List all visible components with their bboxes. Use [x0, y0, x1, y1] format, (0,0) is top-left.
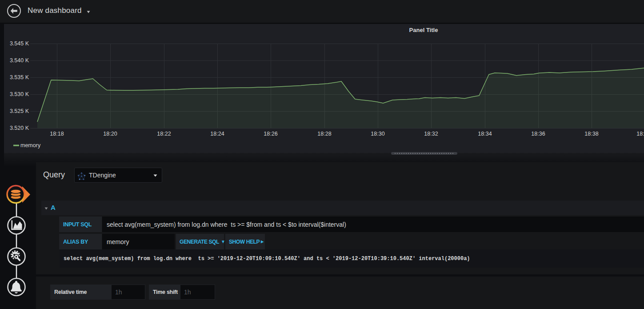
svg-text:18:40: 18:40 [636, 131, 644, 137]
svg-text:memory: memory [20, 142, 41, 148]
svg-text:18:34: 18:34 [478, 131, 492, 137]
svg-text:3.535 K: 3.535 K [10, 74, 29, 80]
svg-text:18:18: 18:18 [50, 131, 64, 137]
svg-text:3.530 K: 3.530 K [10, 91, 29, 97]
svg-text:18:32: 18:32 [424, 131, 438, 137]
svg-text:18:20: 18:20 [103, 131, 117, 137]
svg-text:3.525 K: 3.525 K [10, 108, 29, 114]
svg-text:3.545 K: 3.545 K [10, 40, 29, 47]
svg-text:3.540 K: 3.540 K [10, 57, 29, 64]
svg-text:3.520 K: 3.520 K [10, 125, 29, 131]
svg-text:18:36: 18:36 [531, 131, 545, 137]
svg-text:18:30: 18:30 [371, 131, 384, 137]
svg-text:18:22: 18:22 [157, 131, 171, 137]
svg-text:18:26: 18:26 [264, 131, 277, 137]
svg-text:18:38: 18:38 [584, 131, 598, 137]
svg-text:18:28: 18:28 [317, 131, 331, 137]
svg-text:18:24: 18:24 [210, 131, 224, 137]
